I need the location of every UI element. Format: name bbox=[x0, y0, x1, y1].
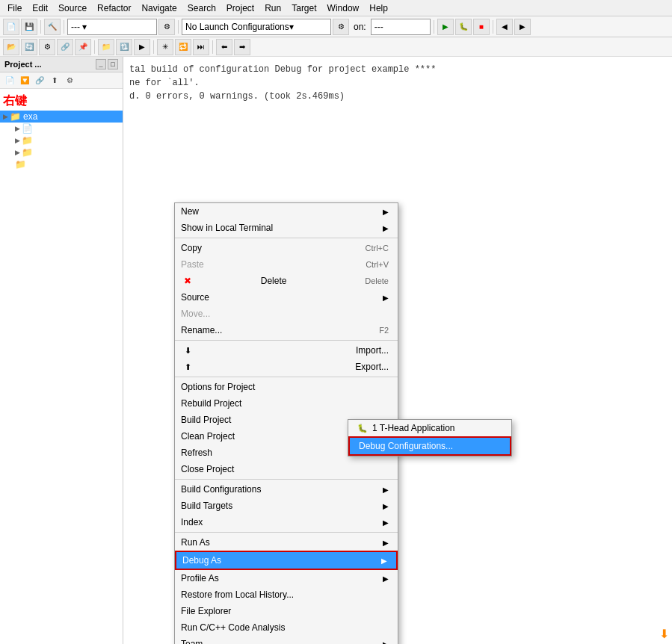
cm-build-targets-label: Build Targets bbox=[181, 501, 232, 511]
menu-source[interactable]: Source bbox=[54, 1, 91, 15]
cm-profile-as-label: Profile As bbox=[181, 573, 219, 583]
sm-thead[interactable]: 🐛 1 T-Head Application bbox=[348, 420, 511, 436]
tree-arrow-1: ▶ bbox=[15, 125, 20, 132]
cm-show-terminal[interactable]: Show in Local Terminal ▶ bbox=[175, 220, 398, 236]
menu-project[interactable]: Project bbox=[222, 1, 259, 15]
tb2-btn7[interactable]: 🔃 bbox=[116, 39, 132, 55]
cm-file-explorer[interactable]: File Explorer bbox=[175, 603, 398, 619]
build-btn[interactable]: 🔨 bbox=[44, 19, 61, 35]
tb2-btn8[interactable]: ▶ bbox=[134, 39, 150, 55]
stop-btn[interactable]: ■ bbox=[473, 19, 490, 35]
new-item-btn[interactable]: 📄 bbox=[3, 74, 16, 87]
menu-navigate[interactable]: Navigate bbox=[137, 1, 181, 15]
cm-run-cpp-label: Run C/C++ Code Analysis bbox=[181, 622, 285, 633]
tree-item-1[interactable]: ▶ 📄 bbox=[0, 123, 123, 134]
cm-team[interactable]: Team ▶ bbox=[175, 636, 398, 644]
cm-profile-as[interactable]: Profile As ▶ bbox=[175, 570, 398, 586]
cm-rebuild-label: Rebuild Project bbox=[181, 398, 241, 409]
next-btn[interactable]: ▶ bbox=[514, 19, 531, 35]
tree-item-3[interactable]: ▶ 📁 bbox=[0, 146, 123, 158]
sm-debug-configs[interactable]: Debug Configurations... bbox=[348, 436, 511, 456]
console-line2: ne for `all'. bbox=[129, 76, 666, 90]
cm-restore[interactable]: Restore from Local History... bbox=[175, 586, 398, 603]
menu-run[interactable]: Run bbox=[260, 1, 286, 15]
cm-rename-shortcut: F2 bbox=[379, 326, 389, 335]
menu-help[interactable]: Help bbox=[365, 1, 392, 15]
cm-options[interactable]: Options for Project bbox=[175, 379, 398, 395]
cm-build-targets[interactable]: Build Targets ▶ bbox=[175, 498, 398, 514]
prev-btn[interactable]: ◀ bbox=[496, 19, 513, 35]
cm-run-cpp[interactable]: Run C/C++ Code Analysis bbox=[175, 619, 398, 636]
tb2-btn13[interactable]: ➡ bbox=[234, 39, 250, 55]
settings-btn[interactable]: ⚙ bbox=[63, 74, 76, 87]
tb2-btn6[interactable]: 📁 bbox=[98, 39, 114, 55]
cm-debug-as-arrow: ▶ bbox=[381, 557, 387, 565]
tree-item-2[interactable]: ▶ 📁 bbox=[0, 134, 123, 146]
tb2-btn11[interactable]: ⏭ bbox=[193, 39, 209, 55]
minimize-btn[interactable]: _ bbox=[96, 59, 106, 69]
config-dropdown[interactable]: --- ▾ bbox=[67, 19, 157, 35]
save-btn[interactable]: 💾 bbox=[21, 19, 37, 35]
menu-file[interactable]: File bbox=[3, 1, 26, 15]
tb2-btn9[interactable]: ✳ bbox=[157, 39, 173, 55]
menu-refactor[interactable]: Refactor bbox=[93, 1, 135, 15]
cm-export-label: Export... bbox=[355, 362, 389, 372]
new-file-btn[interactable]: 📄 bbox=[3, 19, 19, 35]
cm-build-configs[interactable]: Build Configurations ▶ bbox=[175, 481, 398, 498]
item-icon-3: 📁 bbox=[22, 147, 33, 158]
cm-paste[interactable]: Paste Ctrl+V bbox=[175, 256, 398, 273]
debug-btn[interactable]: 🐛 bbox=[455, 19, 472, 35]
toolbar-icon1[interactable]: ⚙ bbox=[158, 19, 175, 35]
cm-import-label: Import... bbox=[356, 345, 389, 356]
cm-index[interactable]: Index ▶ bbox=[175, 514, 398, 530]
on-dropdown[interactable]: --- bbox=[371, 19, 431, 35]
cm-move[interactable]: Move... bbox=[175, 306, 398, 322]
menu-target[interactable]: Target bbox=[287, 1, 321, 15]
sidebar-controls: _ □ bbox=[96, 59, 118, 69]
menu-search[interactable]: Search bbox=[183, 1, 221, 15]
link-btn[interactable]: 🔗 bbox=[33, 74, 46, 87]
tree-item-4[interactable]: 📁 bbox=[0, 158, 123, 170]
cm-build-configs-label: Build Configurations bbox=[181, 484, 261, 495]
tb2-btn1[interactable]: 📂 bbox=[3, 39, 19, 55]
collapse-btn[interactable]: ⬆ bbox=[48, 74, 61, 87]
launch-config-dropdown[interactable]: No Launch Configurations ▾ bbox=[182, 19, 331, 35]
launch-settings-btn[interactable]: ⚙ bbox=[333, 19, 349, 35]
thead-icon: 🐛 bbox=[357, 424, 368, 433]
cm-run-as[interactable]: Run As ▶ bbox=[175, 534, 398, 551]
cm-copy[interactable]: Copy Ctrl+C bbox=[175, 240, 398, 256]
tb2-btn5[interactable]: 📌 bbox=[75, 39, 91, 55]
import-icon: ⬇ bbox=[181, 346, 194, 356]
cm-build-label: Build Project bbox=[181, 415, 231, 425]
cm-delete[interactable]: ✖ Delete Delete bbox=[175, 273, 398, 289]
tree-item-exa[interactable]: ▶ 📁 exa bbox=[0, 111, 123, 123]
run-btn[interactable]: ▶ bbox=[437, 19, 454, 35]
console-output: tal build of configuration Debug for pro… bbox=[123, 57, 672, 109]
cm-run-as-label: Run As bbox=[181, 537, 210, 548]
project-icon: 📁 bbox=[10, 111, 21, 122]
tb2-btn2[interactable]: 🔄 bbox=[21, 39, 37, 55]
tb2-btn10[interactable]: 🔁 bbox=[175, 39, 191, 55]
delete-icon: ✖ bbox=[181, 276, 194, 286]
menu-window[interactable]: Window bbox=[323, 1, 364, 15]
cm-debug-as[interactable]: Debug As ▶ bbox=[175, 551, 398, 570]
menu-edit[interactable]: Edit bbox=[28, 1, 52, 15]
tb2-btn4[interactable]: 🔗 bbox=[57, 39, 73, 55]
cm-export[interactable]: ⬆ Export... bbox=[175, 359, 398, 375]
cm-new[interactable]: New ▶ bbox=[175, 203, 398, 220]
cm-delete-shortcut: Delete bbox=[365, 276, 389, 285]
toolbar-sep3 bbox=[178, 20, 179, 34]
on-label: on: bbox=[354, 22, 366, 32]
tb2-btn3[interactable]: ⚙ bbox=[39, 39, 55, 55]
cm-source[interactable]: Source ▶ bbox=[175, 289, 398, 306]
tb2-btn12[interactable]: ⬅ bbox=[216, 39, 232, 55]
cm-rename[interactable]: Rename... F2 bbox=[175, 322, 398, 338]
filter-btn[interactable]: 🔽 bbox=[18, 74, 31, 87]
cm-close-project[interactable]: Close Project bbox=[175, 461, 398, 477]
cm-import[interactable]: ⬇ Import... bbox=[175, 342, 398, 359]
maximize-btn[interactable]: □ bbox=[108, 59, 118, 69]
right-click-label: 右键 bbox=[3, 93, 27, 109]
cm-show-terminal-arrow: ▶ bbox=[383, 224, 389, 232]
cm-rebuild[interactable]: Rebuild Project bbox=[175, 395, 398, 412]
cm-refresh-label: Refresh bbox=[181, 448, 212, 458]
